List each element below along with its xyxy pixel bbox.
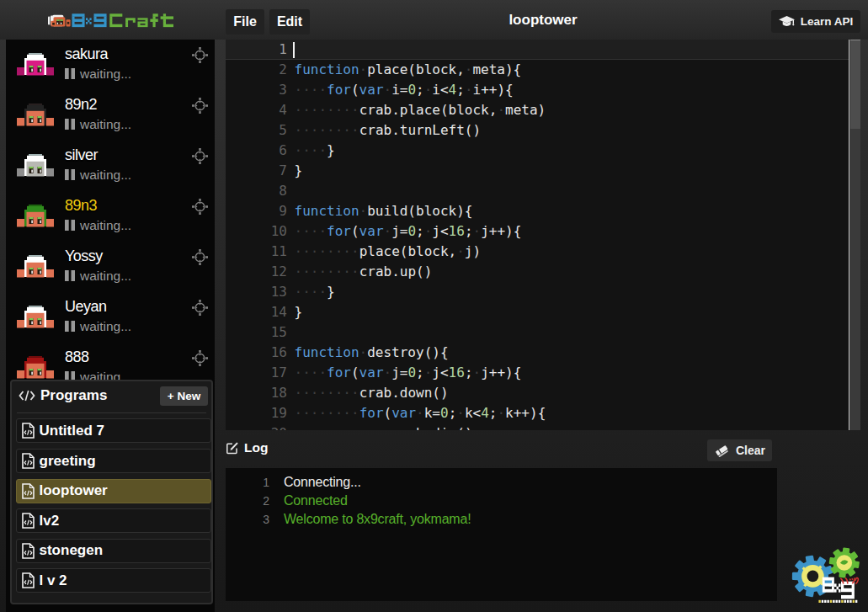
line-number: 7 bbox=[226, 161, 287, 181]
whitespace-dot: · bbox=[318, 284, 327, 300]
code-token: j++){ bbox=[481, 365, 521, 381]
whitespace-dot: · bbox=[295, 365, 303, 381]
program-item-l-v-2[interactable]: l v 2 bbox=[16, 568, 211, 593]
code-token: destroy(){ bbox=[367, 344, 448, 360]
code-line-16[interactable]: 16function·destroy(){ bbox=[226, 343, 849, 363]
new-program-button[interactable]: + New bbox=[160, 386, 208, 406]
code-line-6[interactable]: 6····} bbox=[226, 141, 849, 161]
code-token: i= bbox=[391, 82, 407, 98]
pause-icon bbox=[65, 321, 75, 332]
whitespace-dot: · bbox=[311, 243, 319, 259]
code-line-13[interactable]: 13····} bbox=[226, 282, 849, 302]
entity-status: waiting... bbox=[65, 220, 131, 231]
code-line-17[interactable]: 17····for(var·j=0;·j<16;·j++){ bbox=[226, 363, 849, 383]
whitespace-dot: · bbox=[295, 263, 303, 279]
whitespace-dot: · bbox=[302, 385, 311, 401]
entity-row-silver[interactable]: silverwaiting... bbox=[6, 141, 215, 191]
programs-header: Programs + New bbox=[12, 381, 211, 411]
code-line-7[interactable]: 7} bbox=[226, 161, 849, 181]
locate-entity-icon[interactable] bbox=[192, 148, 208, 164]
whitespace-dot: · bbox=[318, 142, 327, 158]
whitespace-dot: · bbox=[343, 385, 351, 401]
program-item-stonegen[interactable]: stonegen bbox=[16, 539, 211, 563]
code-line-11[interactable]: 11········place(block,·j) bbox=[226, 242, 849, 262]
code-token: function bbox=[295, 203, 359, 219]
code-line-18[interactable]: 18········crab.down() bbox=[226, 383, 849, 403]
code-line-20[interactable]: 20············crab.dig() bbox=[226, 423, 849, 430]
crab-avatar bbox=[17, 306, 54, 329]
program-label: greeting bbox=[40, 453, 96, 470]
entity-row-Yossy[interactable]: Yossywaiting... bbox=[6, 242, 215, 292]
code-line-4[interactable]: 4········crab.place(block,·meta) bbox=[226, 100, 849, 120]
code-line-3[interactable]: 3····for(var·i=0;·i<4;·i++){ bbox=[226, 80, 849, 100]
locate-entity-icon[interactable] bbox=[192, 249, 208, 265]
whitespace-dot: · bbox=[384, 82, 392, 98]
top-bar: File Edit looptower Learn API bbox=[0, 0, 868, 40]
whitespace-dot: · bbox=[335, 263, 343, 279]
whitespace-dot: · bbox=[351, 425, 359, 430]
code-token: place(block, bbox=[367, 61, 465, 77]
code-line-19[interactable]: 19········for(var·k=0;·k<4;·k++){ bbox=[226, 403, 849, 423]
locate-entity-icon[interactable] bbox=[192, 350, 208, 366]
locate-entity-icon[interactable] bbox=[192, 47, 208, 63]
code-editor[interactable]: 12function·place(block,·meta){3····for(v… bbox=[226, 40, 860, 430]
scrollbar-thumb[interactable] bbox=[850, 40, 860, 129]
code-token: ; bbox=[456, 82, 465, 98]
program-item-Untitled-7[interactable]: Untitled 7 bbox=[16, 418, 211, 443]
code-line-15[interactable]: 15 bbox=[226, 322, 849, 343]
code-token: j< bbox=[432, 223, 448, 239]
code-token: 16 bbox=[449, 365, 465, 381]
learn-api-button[interactable]: Learn API bbox=[771, 10, 860, 33]
code-token: j= bbox=[391, 223, 407, 239]
code-line-12[interactable]: 12········crab.up() bbox=[226, 262, 849, 282]
whitespace-dot: · bbox=[295, 284, 303, 300]
whitespace-dot: · bbox=[335, 405, 343, 421]
code-line-5[interactable]: 5········crab.turnLeft() bbox=[226, 120, 849, 141]
entity-row-89n3[interactable]: 89n3waiting... bbox=[6, 191, 215, 242]
log-title: Log bbox=[244, 440, 268, 455]
pause-icon bbox=[65, 68, 75, 79]
program-file-icon bbox=[22, 543, 35, 559]
code-line-8[interactable]: 8 bbox=[226, 181, 849, 201]
code-token: meta){ bbox=[472, 61, 521, 77]
editor-scrollbar[interactable] bbox=[849, 40, 860, 430]
whitespace-dot: · bbox=[351, 405, 359, 421]
crab-avatar bbox=[17, 154, 54, 178]
code-token: for bbox=[327, 223, 351, 239]
whitespace-dot: · bbox=[311, 122, 319, 138]
entity-row-89n2[interactable]: 89n2waiting... bbox=[6, 90, 215, 141]
entity-row-sakura[interactable]: sakurawaiting... bbox=[6, 40, 215, 90]
program-item-looptower[interactable]: looptower bbox=[16, 479, 211, 503]
entity-name: 89n2 bbox=[65, 96, 97, 114]
locate-entity-icon[interactable] bbox=[192, 98, 208, 114]
whitespace-dot: · bbox=[327, 102, 335, 118]
code-line-9[interactable]: 9function·build(block){ bbox=[226, 201, 849, 221]
code-text: } bbox=[295, 302, 303, 322]
clear-log-button[interactable]: Clear bbox=[707, 439, 772, 461]
whitespace-dot: · bbox=[295, 122, 303, 138]
code-token: crab.place(block, bbox=[359, 102, 498, 118]
line-number: 11 bbox=[226, 242, 287, 262]
code-token: crab.dig() bbox=[391, 425, 472, 430]
code-line-10[interactable]: 10····for(var·j=0;·j<16;·j++){ bbox=[226, 221, 849, 242]
locate-entity-icon[interactable] bbox=[192, 300, 208, 316]
whitespace-dot: · bbox=[311, 405, 319, 421]
code-token: function bbox=[295, 344, 359, 360]
program-item-lv2[interactable]: lv2 bbox=[16, 508, 211, 533]
code-line-1[interactable]: 1 bbox=[226, 40, 849, 60]
code-token: function bbox=[295, 61, 359, 77]
code-token: ; bbox=[416, 365, 424, 381]
whitespace-dot: · bbox=[456, 405, 465, 421]
code-token: ; bbox=[465, 223, 473, 239]
whitespace-dot: · bbox=[295, 142, 303, 158]
code-line-14[interactable]: 14} bbox=[226, 302, 849, 322]
program-item-greeting[interactable]: greeting bbox=[16, 449, 211, 473]
whitespace-dot: · bbox=[302, 284, 311, 300]
locate-entity-icon[interactable] bbox=[192, 199, 208, 215]
line-number: 10 bbox=[226, 221, 287, 242]
code-line-2[interactable]: 2function·place(block,·meta){ bbox=[226, 60, 849, 80]
whitespace-dot: · bbox=[335, 425, 343, 430]
whitespace-dot: · bbox=[318, 82, 327, 98]
code-token: j= bbox=[391, 365, 407, 381]
entity-row-Ueyan[interactable]: Ueyanwaiting... bbox=[6, 292, 215, 343]
